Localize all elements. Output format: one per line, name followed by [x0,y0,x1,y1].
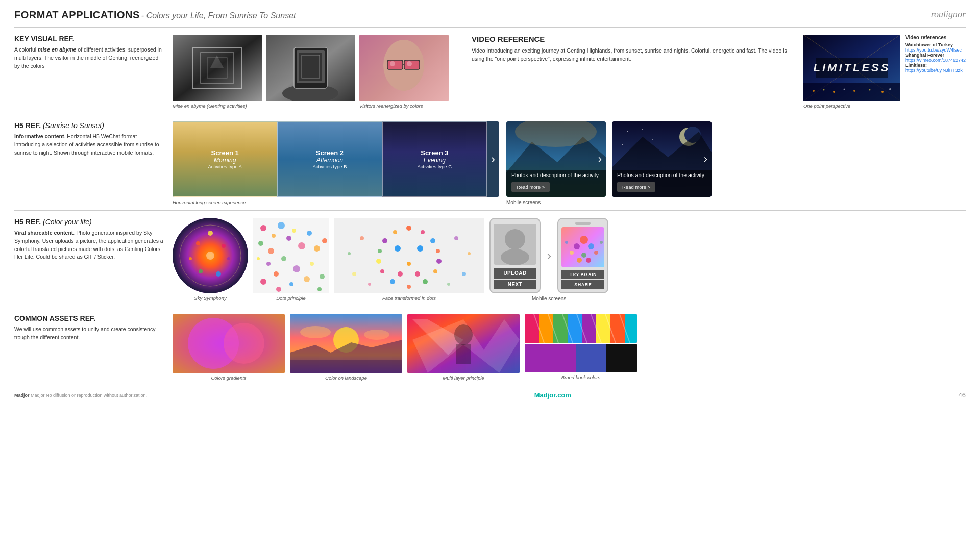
svg-rect-9 [299,53,322,81]
h5-color-content: Sky Symphony [173,218,966,302]
asset-brandbook-images [525,314,637,372]
svg-point-93 [423,279,428,284]
svg-point-73 [289,282,293,286]
svg-rect-142 [568,314,582,343]
asset-brandbook-image-1 [525,314,637,343]
h5-screen-2[interactable]: Screen 2 Afternoon Activities type B [277,121,382,197]
kv-img-wrap-1: Mise en abyme (Genting activities) [173,35,262,109]
svg-point-103 [468,252,471,255]
video-ref-body: Video introducing an exciting journey at… [472,46,795,63]
video-perspective-label: One point perspective [803,103,900,109]
screen-1-title: Screen 1 [211,149,239,157]
video-link-turkey-url[interactable]: https://you.tu.be/zyqW4lsec [905,47,966,53]
svg-point-81 [406,226,411,231]
h5-read-more-btn-2[interactable]: Read more > [617,182,655,192]
color-mobile-screens: UPLOAD NEXT › [489,218,608,302]
h5-mobile-1-text: Photos and description of the activity [511,171,601,179]
asset-brandbook-image-2 [525,344,637,372]
svg-point-55 [206,252,214,260]
svg-rect-140 [539,314,553,343]
svg-point-104 [352,272,356,276]
kv-img-wrap-3: Visitors reenergized by colors [359,35,449,109]
video-ref-links: Video references Watchtower of Turkey ht… [905,35,966,73]
common-assets-title: COMMON ASSETS REF. [14,314,163,322]
h5-screen-1[interactable]: Screen 1 Morning Activities type A [173,121,277,197]
svg-point-92 [390,279,395,284]
svg-point-67 [314,245,320,252]
svg-rect-156 [606,344,637,372]
kv-image-2 [266,35,355,101]
svg-point-27 [833,91,835,93]
dots-principle-image [253,218,329,293]
svg-rect-145 [610,314,625,343]
h5-read-more-btn-1[interactable]: Read more > [511,182,550,192]
svg-point-53 [199,269,203,273]
svg-point-112 [588,243,594,249]
svg-point-119 [600,241,603,244]
sky-symphony-image [173,218,248,293]
color-mobile-upload-phone: UPLOAD NEXT [489,218,541,293]
asset-landscape-wrap: Color on landscape [290,314,402,381]
video-ref-images: LIMITLESS [803,35,966,109]
svg-point-99 [415,271,420,277]
upload-phone-frame: UPLOAD NEXT [489,218,541,293]
svg-point-102 [454,236,458,240]
share-button[interactable]: SHARE [561,280,604,289]
screen-2-title: Screen 2 [316,149,344,157]
video-link-shanghai: Shanghai Forever [905,53,966,58]
asset-gradients-label: Colors gradients [211,375,246,381]
h5-screen-3[interactable]: Screen 3 Evening Activities type C [382,121,487,197]
svg-point-95 [395,245,401,252]
svg-point-40 [627,131,628,132]
screen-arrow[interactable]: › [487,121,499,197]
h5-mobile-2-text: Photos and description of the activity [617,171,706,179]
footer-page-number: 46 [959,391,966,399]
h5-mobile-card-1[interactable]: Photos and description of the activity R… [506,121,606,197]
asset-brandbook-label: Brand book colors [561,374,601,380]
video-link-vimeo[interactable]: https://vimeo.com/187462742 [905,58,966,63]
face-dots-label: Face transformed in dots [382,295,436,301]
next-button[interactable]: NEXT [494,280,536,289]
screen-2-type: Activities type B [312,164,347,169]
h5-color-desc: H5 REF. (Color your life) Viral shareabl… [14,218,173,302]
sky-symphony-group: Sky Symphony [173,218,248,301]
svg-point-71 [260,279,266,285]
svg-point-78 [276,287,281,292]
mobile-transition-arrow: › [545,247,553,264]
svg-point-106 [368,283,371,286]
svg-point-32 [889,88,891,90]
logo: roulignor [931,9,966,20]
h5-mobile-card-2[interactable]: Photos and description of the activity R… [612,121,712,197]
upload-button[interactable]: UPLOAD [494,268,536,279]
phone-notch-2 [575,222,591,225]
key-visual-title: KEY VISUAL REF. [14,35,163,43]
svg-point-108 [505,229,525,249]
color-mobile-result-phone: TRY AGAIN SHARE [557,218,608,293]
svg-rect-13 [404,60,420,69]
kv-image-1 [173,35,262,101]
h5-mobile-card-1-content: Photos and description of the activity R… [506,166,606,197]
svg-point-26 [823,89,824,91]
svg-point-118 [565,241,568,244]
svg-point-86 [378,249,382,253]
svg-point-109 [501,249,529,265]
h5-sunrise-content: Screen 1 Morning Activities type A Scree… [173,121,966,205]
asset-landscape-image [290,314,402,373]
key-visual-section: KEY VISUAL REF. A colorful mise en abyme… [14,27,966,114]
svg-point-85 [430,238,435,243]
svg-point-133 [454,324,473,345]
video-ref-image: LIMITLESS [803,35,900,101]
screen-2-subtitle: Afternoon [316,157,343,164]
color-mobile-screens-label: Mobile screens [532,296,566,302]
video-link-turkey-label: Watchtower of Turkey [905,42,966,47]
svg-point-90 [380,269,384,273]
h5-mobile-row: Photos and description of the activity R… [506,121,712,197]
video-ref-title: VIDEO REFERENCE [472,35,795,43]
h5-color-title: H5 REF. (Color your life) [14,218,163,226]
try-again-button[interactable]: TRY AGAIN [561,270,604,279]
key-visual-desc: KEY VISUAL REF. A colorful mise en abyme… [14,35,173,109]
svg-point-25 [813,90,815,92]
page-title: FORMAT APPLICATIONS - Colors your Life, … [14,9,296,21]
svg-text:LIMITLESS: LIMITLESS [813,61,890,74]
video-link-limitless-url[interactable]: https://youtube/uy.NJiRT3zk [905,68,966,73]
